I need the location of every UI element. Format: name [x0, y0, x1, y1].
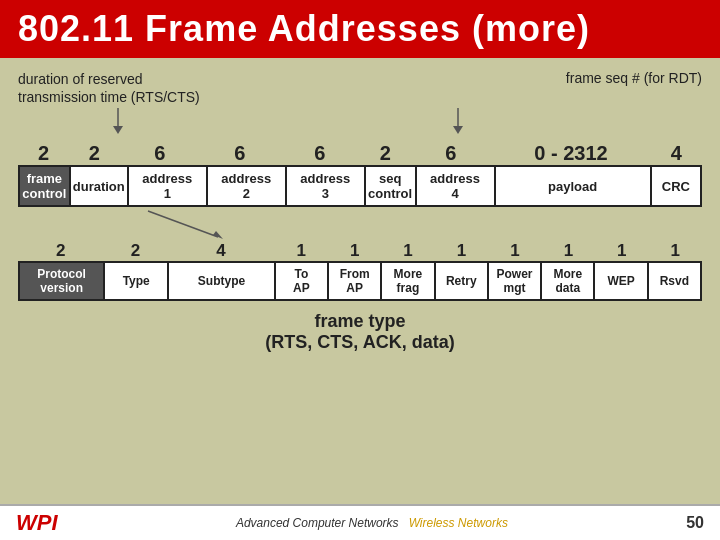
footer-logo: WPI	[16, 510, 58, 536]
lower-number-2: 4	[168, 241, 275, 261]
lower-field-3: ToAP	[275, 262, 328, 300]
svg-marker-3	[453, 126, 463, 134]
lower-number-7: 1	[488, 241, 541, 261]
lower-numbers-row: 22411111111	[18, 241, 702, 261]
lower-number-0: 2	[18, 241, 104, 261]
lower-field-9: WEP	[594, 262, 647, 300]
lower-number-10: 1	[649, 241, 702, 261]
upper-field-1: duration	[70, 166, 128, 206]
upper-table: framecontroldurationaddress1address2addr…	[18, 165, 702, 207]
upper-number-2: 6	[120, 142, 200, 165]
lower-number-4: 1	[328, 241, 381, 261]
lower-number-6: 1	[435, 241, 488, 261]
upper-number-5: 2	[360, 142, 411, 165]
upper-field-5: seqcontrol	[365, 166, 416, 206]
upper-number-7: 0 - 2312	[491, 142, 651, 165]
annotation-right: frame seq # (for RDT)	[566, 70, 702, 106]
lower-table: ProtocolversionTypeSubtypeToAPFromAPMore…	[18, 261, 702, 301]
svg-marker-5	[213, 231, 223, 239]
lower-field-5: Morefrag	[381, 262, 434, 300]
lower-number-8: 1	[542, 241, 595, 261]
lower-field-8: Moredata	[541, 262, 594, 300]
lower-field-4: FromAP	[328, 262, 381, 300]
upper-field-0: framecontrol	[19, 166, 70, 206]
upper-numbers-row: 22666260 - 23124	[18, 142, 702, 165]
lower-field-0: Protocolversion	[19, 262, 104, 300]
upper-field-6: address4	[416, 166, 495, 206]
lower-field-2: Subtype	[168, 262, 275, 300]
upper-number-4: 6	[280, 142, 360, 165]
upper-field-2: address1	[128, 166, 207, 206]
upper-number-1: 2	[69, 142, 120, 165]
lower-number-3: 1	[275, 241, 328, 261]
lower-number-9: 1	[595, 241, 648, 261]
lower-number-5: 1	[381, 241, 434, 261]
lower-arrow-svg	[18, 211, 702, 241]
annotation-left: duration of reserved transmission time (…	[18, 70, 200, 106]
footer-page-number: 50	[686, 514, 704, 532]
frame-type-annotation: frame type (RTS, CTS, ACK, data)	[18, 311, 702, 353]
page-title: 802.11 Frame Addresses (more)	[0, 0, 720, 58]
lower-field-6: Retry	[435, 262, 488, 300]
lower-number-1: 2	[104, 241, 168, 261]
footer-center-text: Advanced Computer Networks Wireless Netw…	[236, 516, 508, 530]
svg-marker-1	[113, 126, 123, 134]
lower-field-1: Type	[104, 262, 168, 300]
upper-number-8: 4	[651, 142, 702, 165]
upper-field-7: payload	[495, 166, 651, 206]
footer: WPI Advanced Computer Networks Wireless …	[0, 504, 720, 540]
upper-number-0: 2	[18, 142, 69, 165]
lower-field-7: Powermgt	[488, 262, 541, 300]
svg-line-4	[148, 211, 218, 237]
upper-field-4: address3	[286, 166, 365, 206]
upper-field-3: address2	[207, 166, 286, 206]
lower-field-10: Rsvd	[648, 262, 701, 300]
upper-arrows-svg	[18, 108, 702, 140]
upper-number-6: 6	[411, 142, 491, 165]
upper-field-8: CRC	[651, 166, 701, 206]
upper-number-3: 6	[200, 142, 280, 165]
